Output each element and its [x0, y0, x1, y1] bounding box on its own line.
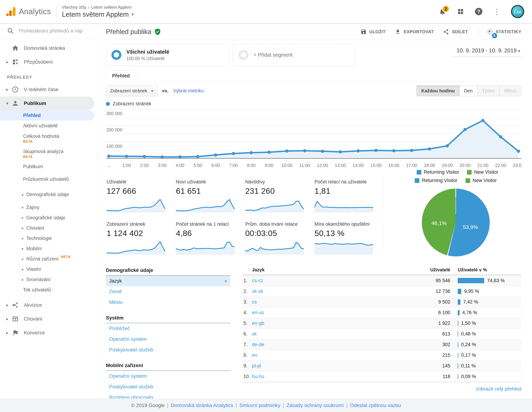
percent-bar: [458, 374, 458, 379]
flag-icon: [12, 329, 19, 336]
sidebar-item-audience[interactable]: ▾ Publikum: [0, 96, 94, 110]
avatar[interactable]: Lsa: [511, 5, 524, 18]
metric-card-pageviews: Zobrazení stránek 1 124 402: [106, 219, 175, 254]
language-link[interactable]: pl-pl: [252, 363, 397, 369]
expand-arrow-icon[interactable]: ▸: [4, 87, 11, 92]
granularity-hourly-button[interactable]: Každou hodinu: [417, 85, 459, 96]
expand-arrow-icon[interactable]: ▸: [19, 215, 26, 220]
language-link[interactable]: hu-hu: [252, 374, 397, 379]
notifications-button[interactable]: 2: [438, 8, 446, 15]
top-app-bar: Analytics Všechny účty › Letem světem Ap…: [0, 0, 532, 23]
breadcrumb-root[interactable]: Všechny účty: [62, 5, 86, 10]
expand-arrow-icon[interactable]: ▸: [19, 205, 26, 210]
dim-item-country[interactable]: Země: [106, 286, 230, 297]
account-switcher[interactable]: Letem světem Applem ▾: [62, 11, 134, 18]
language-link[interactable]: en-gb: [252, 320, 397, 326]
help-button[interactable]: ?: [475, 8, 483, 15]
column-header-users[interactable]: Uživatelé: [397, 267, 450, 272]
sidebar-item-demographics[interactable]: ▸ Demografické údaje: [0, 187, 99, 202]
granularity-week-button[interactable]: Týden: [477, 85, 500, 96]
sidebar-item-technology[interactable]: ▸ Technologie: [0, 233, 99, 243]
expand-arrow-icon[interactable]: ▸: [4, 317, 11, 321]
language-link[interactable]: sk: [252, 331, 397, 337]
share-button[interactable]: SDÍLET: [443, 29, 468, 35]
expand-arrow-icon[interactable]: ▸: [19, 226, 26, 230]
column-header-language[interactable]: Jazyk: [243, 267, 397, 272]
svg-text:13:00: 13:00: [335, 163, 346, 168]
overflow-menu-button[interactable]: ⋮: [493, 8, 501, 15]
expand-arrow-icon[interactable]: ▸: [19, 267, 26, 271]
language-link[interactable]: cs-cz: [252, 278, 397, 283]
footer-link-home[interactable]: Domovská stránka Analytics: [171, 403, 233, 408]
expand-arrow-icon[interactable]: ▸: [19, 277, 26, 282]
expand-arrow-icon[interactable]: ▸: [4, 303, 11, 308]
sidebar-item-cohort-analysis[interactable]: Skupinová analýza BETA: [0, 146, 99, 161]
percent-bar: [458, 300, 460, 305]
language-link[interactable]: cs: [252, 299, 397, 305]
save-button[interactable]: ULOŽIT: [361, 29, 386, 35]
sidebar-item-geo[interactable]: ▸ Geografické údaje: [0, 213, 99, 223]
full-report-link[interactable]: zobrazit celý přehled: [476, 386, 521, 392]
sidebar-item-behavior-audience[interactable]: ▸ Chování: [0, 223, 99, 233]
sidebar-item-active-users[interactable]: Aktivní uživatelé: [0, 121, 99, 131]
language-link[interactable]: de-de: [252, 342, 397, 347]
svg-text:14:00: 14:00: [352, 163, 364, 168]
sidebar-item-custom[interactable]: ▸ Vlastní: [0, 264, 99, 274]
sidebar-item-realtime[interactable]: ▸ V reálném čase: [0, 83, 99, 96]
granularity-day-button[interactable]: Den: [459, 85, 477, 96]
sidebar-item-user-explorer[interactable]: Průzkumník uživatelů: [0, 172, 99, 187]
segment-all-users[interactable]: Všichni uživatelé 100,00 % Uživatelé: [106, 44, 228, 66]
sidebar-item-audience-overview[interactable]: Přehled: [0, 110, 94, 121]
expand-arrow-icon[interactable]: ▸: [4, 330, 11, 335]
footer-link-feedback[interactable]: Odeslat zpětnou vazbu: [350, 403, 401, 408]
expand-arrow-icon[interactable]: ▸: [19, 236, 26, 240]
footer-link-terms[interactable]: Smluvní podmínky: [239, 403, 280, 408]
export-button[interactable]: EXPORTOVAT: [395, 29, 434, 35]
sidebar-item-mobile[interactable]: ▸ Mobilní: [0, 243, 99, 254]
dim-item-screen-resolution[interactable]: Rozlišení obrazovky: [106, 392, 230, 399]
footer-link-privacy[interactable]: Zásady ochrany soukromí: [287, 403, 344, 408]
sidebar-item-cross-device[interactable]: ▸ Různá zařízení BETA: [0, 254, 99, 264]
date-range-picker[interactable]: 10. 9. 2019 - 10. 9. 2019 ▾: [451, 46, 522, 57]
dim-item-os[interactable]: Operační systém: [106, 334, 230, 345]
sidebar-item-customization[interactable]: ▸ Přizpůsobení: [0, 55, 99, 69]
sidebar-item-behavior[interactable]: ▸ Chování: [0, 312, 99, 326]
search-input[interactable]: [19, 28, 95, 34]
language-link[interactable]: en-us: [252, 310, 397, 315]
dim-item-mobile-os[interactable]: Operační systém: [106, 371, 230, 382]
sidebar-item-audiences[interactable]: Publikum: [0, 161, 99, 172]
breadcrumb-current[interactable]: Letem světem Applem: [91, 5, 132, 10]
dim-item-mobile-service-provider[interactable]: Poskytovatel služeb: [106, 382, 230, 392]
expand-arrow-icon[interactable]: ▸: [19, 193, 26, 197]
sidebar-item-acquisition[interactable]: ▸ Akvizice: [0, 298, 99, 312]
sidebar-item-benchmarking[interactable]: ▸ Srovnávání: [0, 274, 99, 285]
svg-text:9:00: 9:00: [265, 163, 274, 168]
dim-item-city[interactable]: Město: [106, 297, 230, 308]
expand-arrow-icon[interactable]: ▸: [4, 59, 11, 65]
language-link[interactable]: en: [252, 353, 397, 358]
granularity-month-button[interactable]: Měsíc: [500, 85, 521, 96]
customization-icon: [12, 58, 19, 66]
add-segment-button[interactable]: + Přidat segment: [233, 44, 355, 66]
sidebar-item-interests[interactable]: ▸ Zájmy: [0, 202, 99, 213]
sidebar-item-lifetime-value[interactable]: Celková hodnota BETA: [0, 131, 99, 146]
dim-item-browser[interactable]: Prohlížeč: [106, 323, 230, 334]
pick-metric-link[interactable]: Vybrat metriku: [173, 88, 204, 94]
sidebar-item-users-flow[interactable]: Tok uživatelů: [0, 285, 99, 295]
timeseries-chart[interactable]: 100 000200 000300 000...1:002:003:004:00…: [106, 108, 521, 170]
sidebar-item-home[interactable]: Domovská stránka: [0, 41, 99, 55]
tab-overview[interactable]: Přehled: [106, 71, 136, 81]
dim-item-language[interactable]: Jazyk ▸: [106, 276, 230, 286]
dim-item-service-provider[interactable]: Poskytovatel služeb: [106, 345, 230, 355]
expand-arrow-icon[interactable]: ▸: [19, 246, 26, 251]
expand-arrow-icon[interactable]: ▸: [19, 257, 26, 261]
sidebar-item-conversions[interactable]: ▸ Konverze: [0, 326, 99, 340]
apps-grid-button[interactable]: [457, 8, 465, 15]
collapse-arrow-icon[interactable]: ▾: [4, 101, 11, 106]
column-header-users-pct[interactable]: Uživatelé v %: [450, 267, 521, 272]
svg-text:17:00: 17:00: [406, 163, 417, 168]
insights-button[interactable]: 6 STATISTIKY: [487, 29, 521, 35]
language-link[interactable]: sk-sk: [252, 289, 397, 294]
metric-select-dropdown[interactable]: Zobrazení stránek ▾: [106, 85, 157, 96]
visitor-type-pie-chart[interactable]: 53,9% 46,1%: [422, 189, 490, 256]
